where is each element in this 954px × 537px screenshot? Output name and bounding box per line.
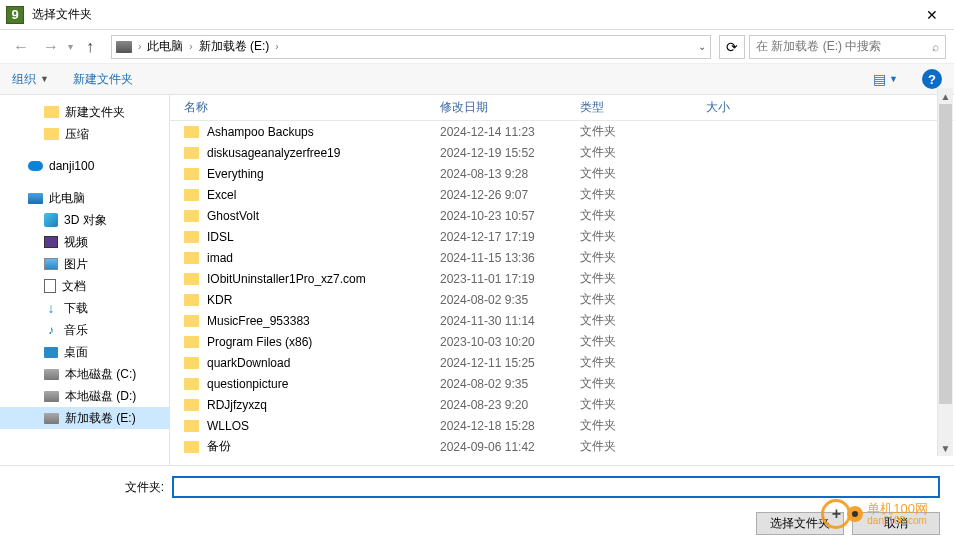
file-date: 2024-08-02 9:35 bbox=[440, 377, 580, 391]
table-row[interactable]: questionpicture2024-08-02 9:35文件夹 bbox=[170, 373, 954, 394]
folder-icon bbox=[184, 336, 199, 348]
column-name[interactable]: 名称 bbox=[184, 99, 440, 116]
folder-icon bbox=[44, 106, 59, 118]
table-row[interactable]: Program Files (x86)2023-10-03 10:20文件夹 bbox=[170, 331, 954, 352]
table-row[interactable]: MusicFree_9533832024-11-30 11:14文件夹 bbox=[170, 310, 954, 331]
file-type: 文件夹 bbox=[580, 165, 706, 182]
view-options-button[interactable]: ▤ ▼ bbox=[873, 71, 898, 87]
file-name: questionpicture bbox=[207, 377, 440, 391]
folder-icon bbox=[184, 420, 199, 432]
tree-item-pictures[interactable]: 图片 bbox=[0, 253, 169, 275]
file-type: 文件夹 bbox=[580, 312, 706, 329]
breadcrumb-root[interactable]: 此电脑 bbox=[147, 38, 183, 55]
file-name: RDJjfzyxzq bbox=[207, 398, 440, 412]
folder-icon bbox=[184, 315, 199, 327]
tree-item-new-folder[interactable]: 新建文件夹 bbox=[0, 101, 169, 123]
file-type: 文件夹 bbox=[580, 375, 706, 392]
tree-item-cloud[interactable]: danji100 bbox=[0, 155, 169, 177]
folder-icon bbox=[184, 252, 199, 264]
chevron-right-icon: › bbox=[138, 41, 141, 52]
downloads-icon: ↓ bbox=[44, 301, 58, 315]
table-row[interactable]: GhostVolt2024-10-23 10:57文件夹 bbox=[170, 205, 954, 226]
tree-item-downloads[interactable]: ↓下载 bbox=[0, 297, 169, 319]
table-row[interactable]: IObitUninstaller1Pro_xz7.com2023-11-01 1… bbox=[170, 268, 954, 289]
folder-icon bbox=[184, 231, 199, 243]
nav-forward-button[interactable]: → bbox=[38, 34, 64, 60]
folder-icon bbox=[44, 128, 59, 140]
table-row[interactable]: KDR2024-08-02 9:35文件夹 bbox=[170, 289, 954, 310]
app-icon: 9 bbox=[6, 6, 24, 24]
file-date: 2024-08-13 9:28 bbox=[440, 167, 580, 181]
folder-icon bbox=[184, 168, 199, 180]
table-row[interactable]: Excel2024-12-26 9:07文件夹 bbox=[170, 184, 954, 205]
nav-up-button[interactable]: ↑ bbox=[77, 34, 103, 60]
table-row[interactable]: RDJjfzyxzq2024-08-23 9:20文件夹 bbox=[170, 394, 954, 415]
scroll-up-icon[interactable]: ▲ bbox=[938, 88, 953, 104]
column-headers: 名称 修改日期 类型 大小 bbox=[170, 95, 954, 121]
new-folder-button[interactable]: 新建文件夹 bbox=[73, 71, 133, 88]
scroll-down-icon[interactable]: ▼ bbox=[938, 440, 953, 456]
file-name: MusicFree_953383 bbox=[207, 314, 440, 328]
navigation-tree: 新建文件夹 压缩 danji100 此电脑 3D 对象 视频 图片 文档 ↓下载… bbox=[0, 95, 170, 465]
file-date: 2024-10-23 10:57 bbox=[440, 209, 580, 223]
tree-item-drive-c[interactable]: 本地磁盘 (C:) bbox=[0, 363, 169, 385]
drive-icon bbox=[116, 41, 132, 53]
table-row[interactable]: imad2024-11-15 13:36文件夹 bbox=[170, 247, 954, 268]
file-list: Ashampoo Backups2024-12-14 11:23文件夹disku… bbox=[170, 121, 954, 465]
objects-3d-icon bbox=[44, 213, 58, 227]
nav-back-button[interactable]: ← bbox=[8, 34, 34, 60]
organize-menu[interactable]: 组织 ▼ bbox=[12, 71, 49, 88]
file-name: diskusageanalyzerfree19 bbox=[207, 146, 440, 160]
breadcrumb-current[interactable]: 新加载卷 (E:) bbox=[199, 38, 270, 55]
address-dropdown-icon[interactable]: ⌄ bbox=[698, 41, 706, 52]
table-row[interactable]: quarkDownload2024-12-11 15:25文件夹 bbox=[170, 352, 954, 373]
close-button[interactable]: ✕ bbox=[909, 0, 954, 29]
file-date: 2024-12-17 17:19 bbox=[440, 230, 580, 244]
column-date[interactable]: 修改日期 bbox=[440, 99, 580, 116]
select-folder-button[interactable]: 选择文件夹 bbox=[756, 512, 844, 535]
file-date: 2024-12-11 15:25 bbox=[440, 356, 580, 370]
help-button[interactable]: ? bbox=[922, 69, 942, 89]
search-input[interactable]: 在 新加载卷 (E:) 中搜索 ⌕ bbox=[749, 35, 946, 59]
chevron-down-icon: ▼ bbox=[40, 74, 49, 84]
search-placeholder: 在 新加载卷 (E:) 中搜索 bbox=[756, 38, 932, 55]
table-row[interactable]: Everything2024-08-13 9:28文件夹 bbox=[170, 163, 954, 184]
cancel-button[interactable]: 取消 bbox=[852, 512, 940, 535]
table-row[interactable]: WLLOS2024-12-18 15:28文件夹 bbox=[170, 415, 954, 436]
tree-item-desktop[interactable]: 桌面 bbox=[0, 341, 169, 363]
file-date: 2023-11-01 17:19 bbox=[440, 272, 580, 286]
tree-item-video[interactable]: 视频 bbox=[0, 231, 169, 253]
file-name: Everything bbox=[207, 167, 440, 181]
file-date: 2024-11-30 11:14 bbox=[440, 314, 580, 328]
tree-item-zip[interactable]: 压缩 bbox=[0, 123, 169, 145]
chevron-right-icon: › bbox=[275, 41, 278, 52]
tree-item-this-pc[interactable]: 此电脑 bbox=[0, 187, 169, 209]
folder-name-input[interactable] bbox=[172, 476, 940, 498]
file-type: 文件夹 bbox=[580, 228, 706, 245]
vertical-scrollbar[interactable]: ▲ ▼ bbox=[937, 88, 953, 456]
file-type: 文件夹 bbox=[580, 354, 706, 371]
drive-icon bbox=[44, 391, 59, 402]
scroll-thumb[interactable] bbox=[939, 104, 952, 404]
column-size[interactable]: 大小 bbox=[706, 99, 954, 116]
drive-icon bbox=[44, 413, 59, 424]
file-name: 备份 bbox=[207, 438, 440, 455]
table-row[interactable]: IDSL2024-12-17 17:19文件夹 bbox=[170, 226, 954, 247]
table-row[interactable]: 备份2024-09-06 11:42文件夹 bbox=[170, 436, 954, 457]
file-name: quarkDownload bbox=[207, 356, 440, 370]
column-type[interactable]: 类型 bbox=[580, 99, 706, 116]
tree-item-documents[interactable]: 文档 bbox=[0, 275, 169, 297]
table-row[interactable]: Ashampoo Backups2024-12-14 11:23文件夹 bbox=[170, 121, 954, 142]
recent-dropdown-icon[interactable]: ▾ bbox=[68, 41, 73, 52]
video-icon bbox=[44, 236, 58, 248]
file-name: KDR bbox=[207, 293, 440, 307]
address-bar[interactable]: › 此电脑 › 新加载卷 (E:) › ⌄ bbox=[111, 35, 711, 59]
refresh-button[interactable]: ⟳ bbox=[719, 35, 745, 59]
table-row[interactable]: diskusageanalyzerfree192024-12-19 15:52文… bbox=[170, 142, 954, 163]
tree-item-drive-d[interactable]: 本地磁盘 (D:) bbox=[0, 385, 169, 407]
tree-item-3d[interactable]: 3D 对象 bbox=[0, 209, 169, 231]
search-icon[interactable]: ⌕ bbox=[932, 40, 939, 54]
file-date: 2024-12-14 11:23 bbox=[440, 125, 580, 139]
tree-item-drive-e[interactable]: 新加载卷 (E:) bbox=[0, 407, 169, 429]
tree-item-music[interactable]: ♪音乐 bbox=[0, 319, 169, 341]
